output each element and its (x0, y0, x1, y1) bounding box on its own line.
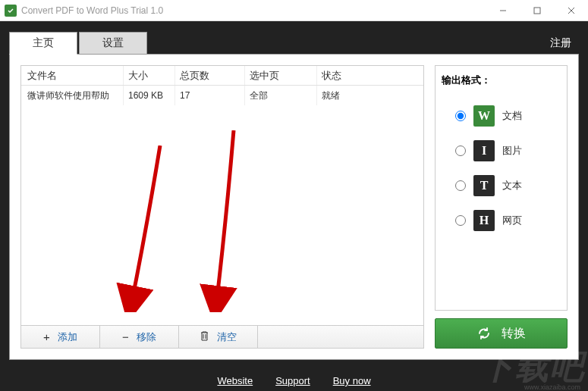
minimize-button[interactable] (486, 0, 520, 21)
support-link[interactable]: Support (275, 375, 310, 386)
file-table: 文件名 大小 总页数 选中页 状态 微讲师软件使用帮助 1609 KB 17 全… (20, 65, 424, 326)
register-link[interactable]: 注册 (550, 36, 579, 55)
radio-html[interactable] (455, 215, 466, 226)
remove-button[interactable]: −移除 (100, 326, 179, 348)
tab-main[interactable]: 主页 (9, 32, 77, 55)
toolbar: +添加 −移除 清空 (20, 326, 424, 349)
table-header: 文件名 大小 总页数 选中页 状态 (21, 66, 423, 86)
convert-button[interactable]: 转换 (435, 318, 568, 349)
cell-size: 1609 KB (124, 86, 175, 105)
clear-button[interactable]: 清空 (179, 326, 258, 348)
radio-doc[interactable] (455, 111, 466, 121)
main-panel: 主页 设置 注册 文件名 大小 总页数 选中页 状态 微讲师软件使用帮助 160… (0, 21, 588, 391)
cell-status: 就绪 (317, 86, 423, 105)
window-title: Convert PDF to Word Plus Trial 1.0 (21, 5, 163, 16)
add-button[interactable]: +添加 (21, 326, 100, 348)
cell-selected: 全部 (245, 86, 317, 105)
website-link[interactable]: Website (217, 375, 253, 386)
svg-rect-1 (534, 8, 540, 14)
image-icon: I (473, 140, 495, 161)
buy-link[interactable]: Buy now (333, 375, 371, 386)
footer-links: Website Support Buy now (0, 375, 588, 386)
format-option-doc[interactable]: W 文档 (442, 105, 561, 127)
minus-icon: − (122, 330, 129, 343)
col-header-name[interactable]: 文件名 (21, 66, 124, 85)
html-icon: H (473, 210, 495, 231)
table-body: 微讲师软件使用帮助 1609 KB 17 全部 就绪 (21, 86, 423, 325)
table-row[interactable]: 微讲师软件使用帮助 1609 KB 17 全部 就绪 (21, 86, 423, 105)
col-header-selected[interactable]: 选中页 (245, 66, 317, 85)
content-area: 文件名 大小 总页数 选中页 状态 微讲师软件使用帮助 1609 KB 17 全… (9, 54, 579, 360)
tabbar: 主页 设置 注册 (9, 30, 579, 55)
col-header-pages[interactable]: 总页数 (175, 66, 245, 85)
tab-settings[interactable]: 设置 (79, 32, 147, 55)
trash-icon (200, 330, 209, 343)
col-header-status[interactable]: 状态 (317, 66, 423, 85)
output-format-box: 输出格式： W 文档 I 图片 T 文本 H (435, 65, 568, 311)
cell-pages: 17 (175, 86, 245, 105)
output-format-title: 输出格式： (442, 74, 561, 87)
app-icon (5, 5, 17, 17)
radio-text[interactable] (455, 180, 466, 191)
maximize-button[interactable] (520, 0, 554, 21)
format-option-html[interactable]: H 网页 (442, 210, 561, 231)
text-icon: T (473, 175, 495, 196)
titlebar: Convert PDF to Word Plus Trial 1.0 (0, 0, 588, 21)
word-icon: W (473, 105, 495, 127)
col-header-size[interactable]: 大小 (124, 66, 175, 85)
format-option-text[interactable]: T 文本 (442, 175, 561, 196)
format-option-image[interactable]: I 图片 (442, 140, 561, 161)
cell-name: 微讲师软件使用帮助 (21, 86, 124, 105)
plus-icon: + (43, 330, 50, 343)
close-button[interactable] (554, 0, 588, 21)
radio-image[interactable] (455, 145, 466, 156)
refresh-icon (477, 327, 491, 340)
